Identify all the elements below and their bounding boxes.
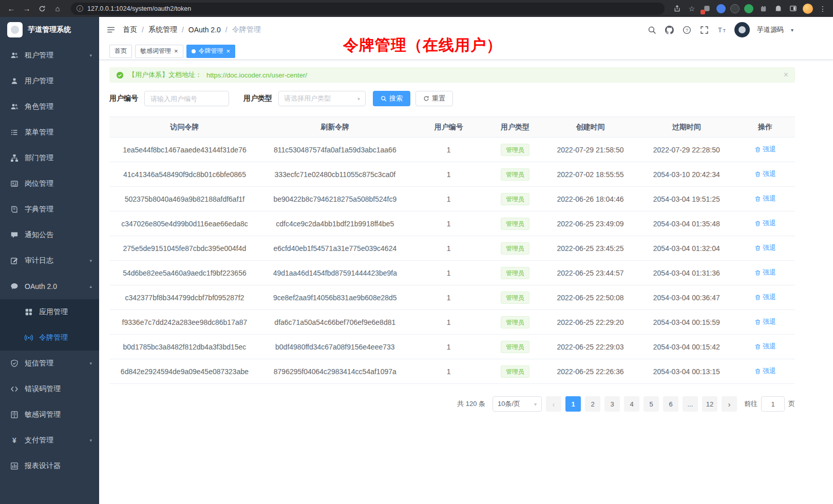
force-logout-button[interactable]: 强退 <box>754 194 776 203</box>
sidebar-item-payment[interactable]: ¥ 支付管理 ▾ <box>0 428 99 453</box>
force-logout-button[interactable]: 强退 <box>754 293 776 302</box>
browser-menu-kebab-icon[interactable]: ⋮ <box>818 4 828 14</box>
force-logout-button[interactable]: 强退 <box>754 268 776 277</box>
force-logout-button[interactable]: 强退 <box>754 342 776 351</box>
cell-created: 2022-06-25 23:45:25 <box>543 236 638 261</box>
col-user-id: 用户编号 <box>410 117 487 138</box>
page-button-1[interactable]: 1 <box>565 396 581 412</box>
prev-page-button[interactable]: ‹ <box>546 396 561 412</box>
sidebar-item-error-code[interactable]: 错误码管理 <box>0 376 99 402</box>
svg-text:?: ? <box>686 27 688 32</box>
page-button-3[interactable]: 3 <box>604 396 620 412</box>
close-icon[interactable]: × <box>226 48 231 54</box>
cell-created: 2022-07-29 21:58:50 <box>543 138 638 162</box>
browser-chrome: ← → ⌂ i 127.0.0.1:1024/system/oauth2/tok… <box>0 0 833 17</box>
fullscreen-icon[interactable] <box>699 25 710 35</box>
cell-user-id: 1 <box>410 187 487 211</box>
breadcrumb-system[interactable]: 系统管理 <box>148 25 177 34</box>
cell-access: f9336e7c7dd242a283ee98dc86b17a87 <box>109 310 260 335</box>
sidebar-item-oauth2-app[interactable]: 应用管理 <box>0 299 99 325</box>
split-view-icon[interactable] <box>788 4 798 14</box>
breadcrumb-oauth2[interactable]: OAuth 2.0 <box>188 26 221 34</box>
browser-home-icon[interactable]: ⌂ <box>51 3 64 15</box>
sidebar-item-role[interactable]: 角色管理 <box>0 94 99 120</box>
puzzle-extensions-icon[interactable] <box>758 4 768 14</box>
total-count: 共 120 条 <box>457 399 485 409</box>
cell-expired: 2054-03-04 01:35:48 <box>637 211 735 236</box>
app-title: 芋道管理系统 <box>28 25 71 34</box>
page-size-select[interactable]: 10条/页 ▾ <box>493 396 542 412</box>
github-icon[interactable] <box>665 25 675 35</box>
page-button-4[interactable]: 4 <box>624 396 639 412</box>
doc-alert: 【用户体系】文档地址： https://doc.iocoder.cn/user-… <box>109 67 795 83</box>
user-id-input[interactable] <box>144 91 229 106</box>
sidebar-item-notice[interactable]: 通知公告 <box>0 222 99 248</box>
sidebar-item-sensitive-word[interactable]: 敏感词管理 <box>0 402 99 428</box>
trash-icon <box>754 245 761 251</box>
extension-ghost-icon[interactable] <box>773 4 783 14</box>
sidebar-item-sms[interactable]: 短信管理 ▾ <box>0 351 99 376</box>
reset-button[interactable]: 重置 <box>415 91 453 106</box>
sidebar-item-oauth2[interactable]: OAuth 2.0 ▴ <box>0 274 99 299</box>
page-button-6[interactable]: 6 <box>663 396 678 412</box>
force-logout-button[interactable]: 强退 <box>754 243 776 253</box>
more-pages-button[interactable]: ... <box>683 396 698 412</box>
role-users-icon <box>10 103 18 111</box>
sidebar-item-menu[interactable]: 菜单管理 <box>0 120 99 145</box>
sidebar-item-dict[interactable]: 字典管理 <box>0 197 99 222</box>
sidebar-item-report-designer[interactable]: 报表设计器 <box>0 453 99 479</box>
doc-link[interactable]: https://doc.iocoder.cn/user-center/ <box>206 71 307 79</box>
page-button-5[interactable]: 5 <box>643 396 659 412</box>
sidebar-item-post[interactable]: 岗位管理 <box>0 171 99 197</box>
force-logout-button[interactable]: 强退 <box>754 317 776 326</box>
force-logout-button[interactable]: 强退 <box>754 169 776 179</box>
page-button-12[interactable]: 12 <box>702 396 717 412</box>
search-icon[interactable] <box>647 25 657 35</box>
sidebar-toggle-icon[interactable] <box>99 17 123 43</box>
cell-user-id: 1 <box>410 335 487 359</box>
font-size-icon[interactable]: TT <box>717 25 727 35</box>
next-page-button[interactable]: › <box>722 396 737 412</box>
goto-page-input[interactable] <box>761 396 785 412</box>
share-icon[interactable] <box>672 4 682 14</box>
close-icon[interactable]: × <box>174 48 178 54</box>
cell-user-id: 1 <box>410 211 487 236</box>
sidebar-item-user[interactable]: 用户管理 <box>0 68 99 94</box>
sidebar-item-oauth2-token[interactable]: 令牌管理 <box>0 325 99 351</box>
extension-badged-icon[interactable] <box>702 4 712 14</box>
breadcrumb-current: 令牌管理 <box>232 25 261 34</box>
sidebar-item-dept[interactable]: 部门管理 <box>0 145 99 171</box>
browser-back-icon[interactable]: ← <box>5 3 17 15</box>
extension-dark-icon[interactable] <box>730 4 740 13</box>
close-icon[interactable]: × <box>784 70 788 80</box>
tab-home[interactable]: 首页 <box>109 45 132 58</box>
browser-profile-avatar[interactable] <box>803 4 813 14</box>
search-button[interactable]: 搜索 <box>373 91 410 106</box>
force-logout-button[interactable]: 强退 <box>754 145 776 154</box>
extension-green-icon[interactable] <box>744 4 753 13</box>
list-icon <box>10 128 18 137</box>
site-info-icon[interactable]: i <box>77 5 83 12</box>
user-name[interactable]: 芋道源码 <box>757 25 784 34</box>
app-logo[interactable]: 芋道管理系统 <box>0 17 99 43</box>
oauth2-submenu: 应用管理 令牌管理 <box>0 299 99 351</box>
cell-created: 2022-06-25 22:29:03 <box>543 335 638 359</box>
sidebar-item-tenant[interactable]: 租户管理 ▾ <box>0 43 99 68</box>
sidebar-item-audit-log[interactable]: 审计日志 ▾ <box>0 248 99 274</box>
force-logout-button[interactable]: 强退 <box>754 219 776 228</box>
chevron-down-icon[interactable]: ▾ <box>791 27 793 33</box>
page-button-2[interactable]: 2 <box>585 396 600 412</box>
tab-sensitive-word[interactable]: 敏感词管理 × <box>135 45 183 58</box>
book-icon <box>10 205 18 214</box>
breadcrumb-home[interactable]: 首页 <box>123 25 137 34</box>
bookmark-star-icon[interactable]: ☆ <box>687 4 697 14</box>
force-logout-button[interactable]: 强退 <box>754 366 776 376</box>
user-type-select[interactable]: 请选择用户类型 ▾ <box>278 91 366 106</box>
browser-forward-icon[interactable]: → <box>21 3 33 15</box>
browser-reload-icon[interactable] <box>36 3 48 15</box>
help-icon[interactable]: ? <box>682 25 692 35</box>
address-bar[interactable]: i 127.0.0.1:1024/system/oauth2/token <box>71 3 665 15</box>
user-avatar[interactable] <box>734 22 750 37</box>
extension-blue-icon[interactable] <box>716 4 726 13</box>
tab-token[interactable]: 令牌管理 × <box>186 45 236 58</box>
